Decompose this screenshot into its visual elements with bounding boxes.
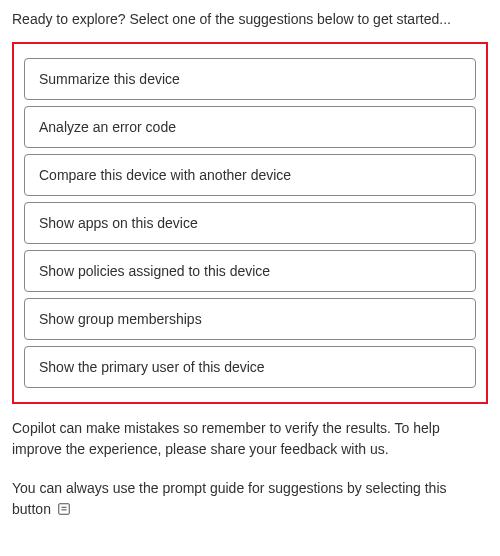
suggestion-analyze-error-code[interactable]: Analyze an error code <box>24 106 476 148</box>
suggestion-show-group-memberships[interactable]: Show group memberships <box>24 298 476 340</box>
suggestion-show-primary-user[interactable]: Show the primary user of this device <box>24 346 476 388</box>
prompt-guide-icon <box>57 502 71 516</box>
svg-rect-0 <box>59 503 70 514</box>
suggestion-show-apps[interactable]: Show apps on this device <box>24 202 476 244</box>
suggestion-show-policies[interactable]: Show policies assigned to this device <box>24 250 476 292</box>
hint-text: You can always use the prompt guide for … <box>12 480 447 517</box>
suggestion-compare-device[interactable]: Compare this device with another device <box>24 154 476 196</box>
suggestions-box: Summarize this device Analyze an error c… <box>12 42 488 404</box>
intro-text: Ready to explore? Select one of the sugg… <box>12 10 488 30</box>
prompt-guide-hint: You can always use the prompt guide for … <box>12 478 488 520</box>
suggestion-summarize-device[interactable]: Summarize this device <box>24 58 476 100</box>
disclaimer-text: Copilot can make mistakes so remember to… <box>12 418 488 460</box>
